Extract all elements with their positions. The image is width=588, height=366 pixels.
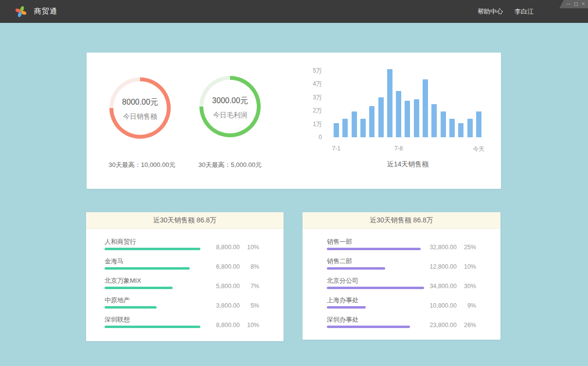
chart-ytick: 2万	[313, 107, 322, 115]
today-sales-label: 今日销售额	[123, 112, 157, 121]
chart-y-axis: 5万4万3万2万1万0	[300, 71, 322, 137]
rank-card-departments-title: 近30天销售额 86.8万	[303, 212, 500, 229]
username[interactable]: 李白江	[515, 7, 534, 16]
rank-values: 8,800.0010%	[216, 244, 259, 251]
rank-amount: 23,800.00	[429, 322, 457, 329]
rank-percent: 26%	[457, 322, 476, 329]
today-profit-donut: 3000.00元 今日毛利润	[199, 76, 261, 137]
rank-values: 6,800.008%	[216, 263, 259, 270]
chart-ytick: 5万	[313, 67, 322, 75]
rank-bar	[105, 267, 190, 270]
today-sales-value: 8000.00元	[122, 97, 158, 108]
rank-card-customers: 近30天销售额 86.8万 人和商贸行8,800.0010%金海马6,800.0…	[86, 212, 284, 341]
rank-name: 深圳办事处	[327, 315, 358, 324]
rank-bar	[327, 306, 366, 309]
chart-bar	[423, 79, 428, 137]
rank-amount: 10,800.00	[429, 302, 457, 309]
maximize-icon[interactable]: □	[574, 0, 578, 8]
help-center-link[interactable]: 帮助中心	[478, 7, 503, 16]
rank-amount: 6,800.00	[216, 263, 240, 270]
minimize-icon[interactable]: —	[566, 0, 570, 8]
chart-xlabel: 今天	[473, 145, 484, 153]
rank-percent: 7%	[240, 283, 259, 290]
sales-bar-chart	[334, 71, 482, 137]
rank-amount: 8,800.00	[216, 322, 240, 329]
rank-row: 人和商贸行8,800.0010%	[105, 237, 259, 256]
app-title: 商贸通	[34, 7, 57, 16]
chart-ytick: 4万	[313, 80, 322, 88]
chart-x-axis: 7-17-8今天	[334, 145, 482, 152]
chart-bar	[378, 97, 384, 137]
close-icon[interactable]: ✕	[581, 0, 585, 8]
rank-bar	[327, 267, 385, 270]
rank-name: 中原地产	[105, 296, 130, 305]
rank-amount: 32,800.00	[429, 244, 457, 251]
rank-row: 金海马6,800.008%	[105, 256, 259, 275]
rank-values: 32,800.0025%	[429, 244, 476, 251]
rank-values: 34,800.0030%	[429, 283, 476, 290]
rank-percent: 8%	[240, 263, 259, 270]
chart-bar	[414, 99, 419, 137]
rank-name: 金海马	[105, 257, 124, 266]
rank-percent: 9%	[457, 302, 476, 309]
chart-ytick: 3万	[313, 93, 322, 101]
rank-row: 北京万象MIX5,800.007%	[105, 275, 259, 295]
chart-bar	[352, 111, 357, 137]
rank-name: 北京分公司	[327, 276, 358, 285]
rank-name: 上海办事处	[327, 296, 358, 305]
chart-bar	[441, 111, 446, 137]
rank-card-customers-list: 人和商贸行8,800.0010%金海马6,800.008%北京万象MIX5,80…	[86, 229, 284, 334]
rank-amount: 3,800.00	[216, 302, 240, 309]
today-sales-donut: 8000.00元 今日销售额	[109, 77, 171, 139]
rank-bar	[105, 287, 173, 289]
window-controls: — □ ✕	[559, 0, 588, 8]
chart-bar	[449, 119, 455, 137]
rank-bar	[327, 287, 424, 289]
chart-bar	[467, 119, 473, 137]
profit-30d-max: 30天最高：5,000.00元	[186, 161, 274, 169]
titlebar: 商贸通 帮助中心 李白江	[0, 0, 588, 23]
chart-bar	[396, 91, 401, 137]
rank-bar	[327, 326, 410, 328]
rank-name: 销售二部	[327, 257, 352, 266]
rank-row: 中原地产3,800.005%	[105, 295, 259, 314]
rank-name: 人和商贸行	[105, 238, 136, 246]
rank-amount: 5,800.00	[216, 283, 240, 290]
rank-values: 8,800.0010%	[216, 322, 259, 329]
rank-name: 深圳联想	[105, 315, 130, 324]
chart-bar	[360, 119, 366, 137]
rank-values: 5,800.007%	[216, 283, 259, 290]
rank-bar	[105, 248, 200, 250]
chart-bar	[458, 123, 463, 137]
chart-title: 近14天销售额	[334, 160, 482, 169]
rank-amount: 12,800.00	[429, 263, 457, 270]
rank-percent: 30%	[457, 283, 476, 290]
rank-row: 销售一部32,800.0025%	[327, 237, 476, 256]
overview-card: 8000.00元 今日销售额 30天最高：10,000.00元 3000.00元…	[87, 53, 501, 189]
rank-name: 销售一部	[327, 238, 352, 246]
rank-bar	[105, 306, 157, 309]
chart-ytick: 0	[319, 134, 322, 141]
rank-row: 上海办事处10,800.009%	[327, 295, 476, 314]
rank-card-customers-title: 近30天销售额 86.8万	[86, 212, 284, 229]
chart-bar	[342, 119, 348, 137]
rank-row: 深圳联想8,800.0010%	[105, 314, 259, 334]
rank-percent: 10%	[457, 263, 476, 270]
rank-card-departments-list: 销售一部32,800.0025%销售二部12,800.0010%北京分公司34,…	[303, 229, 500, 334]
rank-amount: 34,800.00	[429, 283, 457, 290]
today-profit-label: 今日毛利润	[213, 111, 247, 120]
sales-30d-max: 30天最高：10,000.00元	[98, 161, 186, 169]
rank-values: 23,800.0026%	[429, 322, 476, 329]
pinwheel-logo-icon	[15, 5, 27, 18]
chart-bar	[431, 104, 437, 138]
chart-xlabel: 7-1	[332, 145, 340, 152]
chart-ytick: 1万	[313, 120, 322, 128]
today-profit-value: 3000.00元	[212, 96, 248, 106]
chart-xlabel: 7-8	[394, 145, 403, 152]
rank-row: 北京分公司34,800.0030%	[327, 275, 476, 295]
rank-percent: 10%	[240, 244, 259, 251]
chart-bar	[476, 111, 481, 137]
rank-card-departments: 近30天销售额 86.8万 销售一部32,800.0025%销售二部12,800…	[303, 212, 500, 340]
chart-bar	[334, 123, 339, 137]
rank-amount: 8,800.00	[216, 244, 240, 251]
